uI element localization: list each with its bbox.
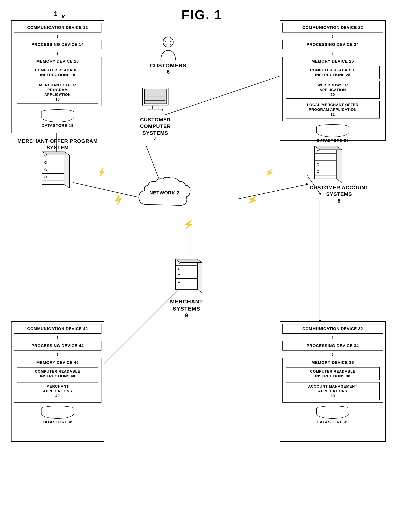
merchant-systems-label: MERCHANTSYSTEMS: [168, 298, 205, 312]
proc-device-44: PROCESSING DEVICE 44: [14, 341, 101, 351]
double-arrow-6: ↕: [12, 351, 104, 357]
cloud-svg: NETWORK 2: [132, 175, 197, 215]
datastore-39-label: DATASTORE 39: [317, 420, 349, 424]
person-svg: [157, 37, 179, 60]
merchant-systems-number: 9: [168, 312, 205, 318]
mem-device-36-wrapper: MEMORY DEVICE 36 COMPUTER READABLEINSTRU…: [282, 358, 383, 403]
lightning-right: ⚡: [245, 193, 260, 207]
merchant-server-svg: [168, 259, 205, 296]
merchant-app-40: MERCHANTAPPLICATIONS40: [17, 382, 98, 400]
double-arrow-5: ↕: [12, 335, 104, 340]
computer-svg: [139, 88, 172, 115]
lightning-left2: ⚡: [96, 167, 107, 177]
customer-computer-number: 4: [139, 136, 172, 142]
svg-point-82: [178, 274, 180, 276]
network-cloud: NETWORK 2: [132, 175, 197, 216]
svg-marker-85: [176, 259, 202, 263]
lightning-right2: ⚡: [264, 167, 275, 177]
cri-38: COMPUTER READABLEINSTRUCTIONS 38: [286, 367, 380, 380]
svg-marker-84: [197, 259, 202, 293]
drum-body-39: [316, 409, 349, 419]
datastore-39-container: DATASTORE 39: [280, 406, 385, 424]
local-merchant-offer-11: LOCAL MERCHANT OFFERPROGRAM APPLICATION1…: [286, 101, 380, 119]
web-browser-app-20: WEB BROWSERAPPLICATION20: [286, 81, 380, 99]
svg-point-42: [163, 37, 173, 47]
datastore-19-container: DATASTORE 19: [12, 109, 104, 128]
svg-rect-48: [148, 109, 163, 111]
customer-computer-label: CUSTOMERCOMPUTERSYSTEMS: [139, 116, 172, 136]
svg-point-83: [178, 281, 180, 283]
lightning-left: ⚡: [111, 193, 125, 207]
lightning-bottom: ⚡: [182, 219, 195, 230]
svg-point-61: [45, 176, 47, 178]
customers-label: CUSTOMERS: [150, 63, 186, 69]
cri-18: COMPUTER READABLEINSTRUCTIONS 18: [17, 66, 98, 79]
proc-device-24: PROCESSING DEVICE 24: [282, 40, 383, 50]
svg-rect-53: [42, 152, 64, 184]
svg-marker-62: [64, 152, 70, 188]
customer-web-browser-device-box: COMMUNICATION DEVICE 22 ↕ PROCESSING DEV…: [280, 20, 386, 141]
bottom-right-device-box: COMMUNICATION DEVICE 32 ↕ PROCESSING DEV…: [280, 321, 386, 442]
double-arrow-1: ↕: [12, 33, 104, 39]
svg-point-71: [317, 163, 319, 165]
merchant-offer-system-device-box: COMMUNICATION DEVICE 12 ↕ PROCESSING DEV…: [11, 20, 104, 133]
cri-28: COMPUTER READABLEINSTRUCTIONS 28: [286, 66, 380, 79]
svg-rect-46: [144, 89, 166, 104]
customers-number: 6: [150, 69, 186, 75]
merchant-offer-app-10: MERCHANT OFFERPROGRAMAPPLICATION10: [17, 81, 98, 103]
drum-body-19: [41, 112, 74, 122]
customer-account-systems-label: CUSTOMER ACCOUNT SYSTEMS 8: [296, 184, 382, 204]
drum-body-29: [316, 127, 349, 137]
svg-point-70: [317, 156, 319, 158]
comm-device-42: COMMUNICATION DEVICE 42: [14, 324, 101, 334]
comm-device-32: COMMUNICATION DEVICE 32: [282, 324, 383, 334]
svg-line-22: [164, 73, 289, 115]
arrow-to-box: ➜: [60, 12, 68, 20]
server-left-svg: [35, 152, 71, 192]
svg-line-38: [102, 290, 177, 365]
proc-device-14: PROCESSING DEVICE 14: [14, 40, 101, 50]
account-mgmt-app-30: ACCOUNT MANAGEMENTAPPLICATIONS30: [286, 382, 380, 400]
datastore-29-label: DATASTORE 29: [317, 138, 349, 143]
datastore-49-label: DATASTORE 49: [41, 420, 74, 424]
figure-label: 1: [54, 10, 58, 18]
customers-icon: CUSTOMERS 6: [150, 37, 186, 75]
cri-48: COMPUTER READABLEINSTRUCTIONS 48: [17, 367, 98, 380]
double-arrow-3: ↕: [280, 33, 385, 39]
mem-device-46-wrapper: MEMORY DEVICE 46 COMPUTER READABLEINSTRU…: [14, 358, 101, 403]
comm-device-12: COMMUNICATION DEVICE 12: [14, 23, 101, 32]
svg-marker-73: [336, 146, 342, 183]
svg-point-60: [45, 169, 47, 171]
double-arrow-4: ↕: [280, 50, 385, 56]
figure-title: FIG. 1: [182, 7, 222, 22]
comm-device-22: COMMUNICATION DEVICE 22: [282, 23, 383, 32]
bottom-left-device-box: COMMUNICATION DEVICE 42 ↕ PROCESSING DEV…: [11, 321, 104, 442]
double-arrow-7: ↕: [280, 335, 385, 340]
svg-point-59: [45, 161, 47, 164]
svg-text:NETWORK 2: NETWORK 2: [150, 190, 180, 196]
mem-device-26-wrapper: MEMORY DEVICE 26 COMPUTER READABLEINSTRU…: [282, 57, 383, 121]
svg-rect-64: [314, 146, 336, 179]
server-right-svg: [307, 146, 344, 186]
datastore-29-container: DATASTORE 29: [280, 124, 385, 143]
mem-device-16-wrapper: MEMORY DEVICE 16 COMPUTER READABLEINSTRU…: [14, 57, 101, 106]
datastore-19-label: DATASTORE 19: [41, 123, 74, 128]
svg-rect-47: [153, 106, 158, 109]
merchant-offer-server-icon: [35, 152, 71, 192]
svg-point-72: [317, 171, 319, 173]
customer-account-server-icon: [307, 146, 344, 187]
svg-point-81: [178, 268, 180, 270]
merchant-systems-icon: MERCHANTSYSTEMS 9: [168, 259, 205, 318]
datastore-49-container: DATASTORE 49: [12, 406, 104, 424]
proc-device-34: PROCESSING DEVICE 34: [282, 341, 383, 351]
double-arrow-8: ↕: [280, 351, 385, 357]
customer-computer-systems-icon: CUSTOMERCOMPUTERSYSTEMS 4: [139, 88, 172, 142]
drum-body-49: [41, 409, 74, 419]
double-arrow-2: ↕: [12, 50, 104, 56]
